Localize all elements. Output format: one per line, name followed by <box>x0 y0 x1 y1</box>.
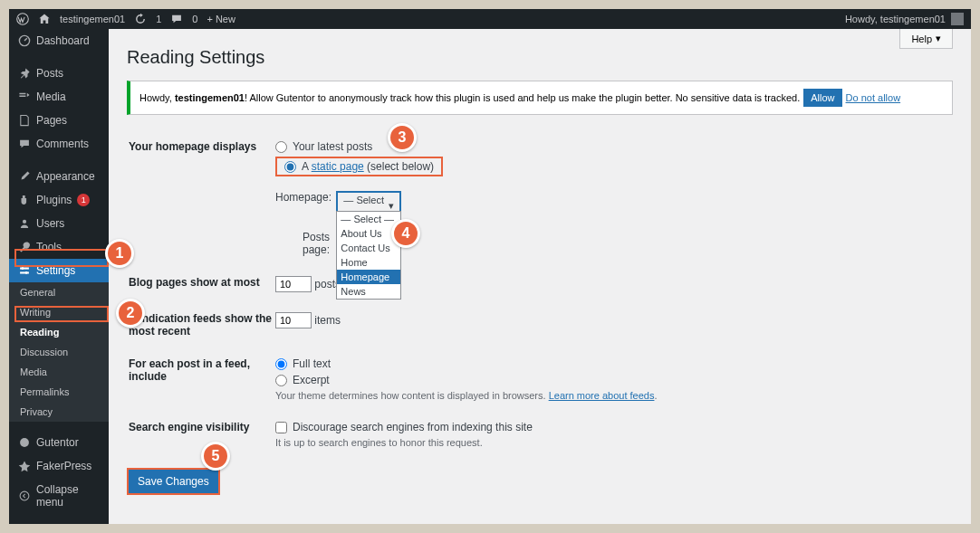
sub-permalinks[interactable]: Permalinks <box>9 382 109 402</box>
homepage-select-label: Homepage: <box>275 191 330 204</box>
gear-icon <box>18 264 31 277</box>
gutentor-icon <box>18 436 31 449</box>
search-desc: It is up to search engines to honor this… <box>275 437 951 448</box>
notice-text: Howdy, testingemen01! Allow Gutentor to … <box>139 92 800 103</box>
comments-icon <box>18 138 31 150</box>
discourage-checkbox[interactable] <box>275 422 287 433</box>
sidebar-item-media[interactable]: Media <box>9 85 109 109</box>
plug-icon <box>18 194 31 206</box>
chevron-down-icon: ▾ <box>389 200 394 212</box>
svg-point-5 <box>22 267 24 270</box>
opt-homepage[interactable]: Homepage <box>337 270 400 284</box>
feed-desc: Your theme determines how content is dis… <box>275 390 951 401</box>
sidebar-submenu: General Writing Reading Discussion Media… <box>9 282 109 422</box>
sidebar-item-plugins[interactable]: Plugins1 <box>9 188 109 212</box>
dont-allow-link[interactable]: Do not allow <box>846 92 901 103</box>
blog-pages-input[interactable] <box>275 276 312 292</box>
sidebar-item-dashboard[interactable]: Dashboard <box>9 29 109 52</box>
radio-latest-posts[interactable] <box>275 141 287 153</box>
updates-icon[interactable] <box>134 13 147 25</box>
dashboard-icon <box>18 34 31 47</box>
learn-feeds-link[interactable]: Learn more about feeds <box>549 390 655 401</box>
chevron-down-icon: ▾ <box>936 33 941 44</box>
page-title: Reading Settings <box>127 47 953 68</box>
radio-static-page-box: A static page (select below) <box>275 157 443 176</box>
sub-privacy[interactable]: Privacy <box>9 402 109 422</box>
help-tab[interactable]: Help ▾ <box>899 29 953 49</box>
radio-static-page[interactable] <box>284 161 296 173</box>
sidebar-item-tools[interactable]: Tools <box>9 235 109 259</box>
page-icon <box>18 114 31 127</box>
new-link[interactable]: + New <box>207 14 235 24</box>
plugin-badge: 1 <box>77 194 90 206</box>
sidebar-item-fakerpress[interactable]: FakerPress <box>9 454 109 478</box>
callout-5: 5 <box>201 442 230 471</box>
sub-media[interactable]: Media <box>9 362 109 382</box>
save-changes-button[interactable]: Save Changes <box>127 468 220 495</box>
sidebar-item-settings[interactable]: Settings <box>9 259 109 282</box>
sidebar-item-gutentor[interactable]: Gutentor <box>9 431 109 454</box>
callout-3: 3 <box>388 123 417 152</box>
blog-pages-label: Blog pages show at most <box>129 267 274 301</box>
pin-icon <box>18 67 31 80</box>
brush-icon <box>18 170 31 183</box>
avatar[interactable] <box>951 13 964 25</box>
sub-general[interactable]: General <box>9 282 109 302</box>
wrench-icon <box>18 241 31 253</box>
updates-count: 1 <box>156 14 161 24</box>
notice-gutentor: Howdy, testingemen01! Allow Gutentor to … <box>127 81 953 115</box>
media-icon <box>18 90 31 103</box>
radio-excerpt[interactable] <box>275 375 287 386</box>
sidebar-item-appearance[interactable]: Appearance <box>9 165 109 188</box>
sub-writing[interactable]: Writing <box>9 302 109 322</box>
sub-discussion[interactable]: Discussion <box>9 342 109 362</box>
feed-include-label: For each post in a feed, include <box>129 348 274 410</box>
svg-point-2 <box>23 220 26 224</box>
sidebar-item-pages[interactable]: Pages <box>9 109 109 132</box>
opt-news[interactable]: News <box>337 284 400 299</box>
callout-4: 4 <box>391 219 420 248</box>
admin-topbar: testingemen01 1 0 + New Howdy, testingem… <box>9 9 971 29</box>
howdy-text[interactable]: Howdy, testingemen01 <box>845 14 946 24</box>
syndication-label: Syndication feeds show the most recent <box>129 303 274 347</box>
homepage-displays-label: Your homepage displays <box>129 131 274 265</box>
callout-2: 2 <box>116 299 145 328</box>
static-page-link[interactable]: static page <box>312 160 364 173</box>
opt-select[interactable]: — Select — <box>337 212 400 226</box>
svg-point-8 <box>20 491 29 500</box>
admin-sidebar: Dashboard Posts Media Pages Comments App… <box>9 29 109 524</box>
wordpress-icon[interactable] <box>16 13 29 25</box>
comments-count: 0 <box>192 14 197 24</box>
home-icon[interactable] <box>38 13 51 25</box>
user-icon <box>18 217 31 230</box>
svg-point-6 <box>25 271 28 274</box>
radio-full-text[interactable] <box>275 358 287 370</box>
content-area: Help ▾ Reading Settings Howdy, testingem… <box>109 29 971 524</box>
allow-button[interactable]: Allow <box>803 89 841 107</box>
posts-page-select-label: Posts page: <box>275 231 330 256</box>
syndication-input[interactable] <box>275 312 312 328</box>
comment-icon[interactable] <box>170 13 183 25</box>
sidebar-item-users[interactable]: Users <box>9 212 109 235</box>
homepage-dropdown-list: — Select — About Us Contact Us Home Home… <box>336 211 401 300</box>
site-name[interactable]: testingemen01 <box>60 14 125 24</box>
sidebar-item-collapse[interactable]: Collapse menu <box>9 478 109 514</box>
collapse-icon <box>18 490 31 502</box>
sidebar-item-comments[interactable]: Comments <box>9 132 109 156</box>
opt-contact[interactable]: Contact Us <box>337 241 400 255</box>
svg-point-7 <box>20 438 29 447</box>
faker-icon <box>18 460 31 472</box>
sub-reading[interactable]: Reading <box>9 322 109 342</box>
callout-1: 1 <box>105 239 134 268</box>
sidebar-item-posts[interactable]: Posts <box>9 62 109 85</box>
opt-home[interactable]: Home <box>337 255 400 270</box>
